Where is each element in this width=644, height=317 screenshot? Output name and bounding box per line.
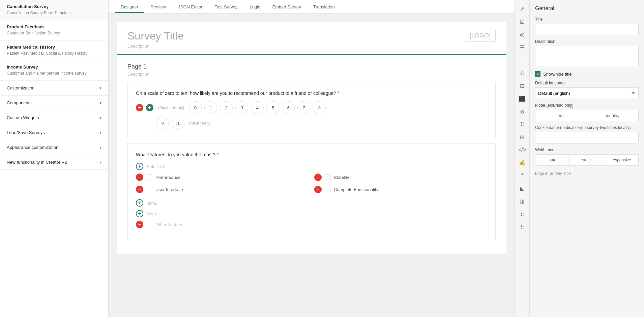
add-item1-button[interactable]: + (136, 199, 143, 207)
cb-performance-box[interactable] (147, 175, 152, 180)
survey-item-0[interactable]: Cancellation SurveyCancellation Survey F… (0, 0, 108, 20)
survey-item-2[interactable]: Patient Medical HistoryPatient Past Medi… (0, 41, 108, 61)
nps-add-button[interactable]: + (146, 104, 153, 111)
page-section: Page 1 Description On a scale of zero to… (117, 55, 506, 254)
db-icon[interactable]: ⊘ (516, 105, 528, 117)
nps-1[interactable]: 1 (204, 101, 217, 114)
width-auto-button[interactable]: auto (535, 155, 569, 165)
survey-item-title-2: Patient Medical History (7, 45, 101, 50)
grid-icon[interactable]: ⊞ (516, 131, 528, 143)
accordion-header-5[interactable]: New functionality in Creator V2▾ (0, 155, 108, 169)
required-star-q2: * (217, 152, 218, 157)
width-static-button[interactable]: static (569, 155, 604, 165)
cb-cf-box[interactable] (325, 187, 330, 192)
star-icon[interactable]: ☆ (516, 67, 528, 79)
left-sidebar: Cancellation SurveyCancellation Survey F… (0, 0, 109, 317)
remove-cf-button[interactable]: − (314, 186, 322, 193)
survey-item-3[interactable]: Income SurveyCustomer and his/her partne… (0, 60, 108, 81)
survey-description: Description (127, 44, 184, 49)
sign-icon[interactable]: ✍ (516, 157, 528, 169)
accordion-chevron-3: ▾ (99, 130, 101, 135)
remove-performance-button[interactable]: − (136, 174, 143, 181)
nps-3[interactable]: 3 (235, 101, 248, 114)
tab-json-editor[interactable]: JSON Editor (173, 2, 208, 13)
accordion-label-5: New functionality in Creator V2 (7, 160, 67, 165)
nps-2[interactable]: 2 (220, 101, 233, 114)
font-icon[interactable]: f (516, 169, 528, 182)
panel-icon[interactable]: ▥ (516, 195, 528, 207)
item1-label: item1 (147, 201, 157, 206)
accordion-header-1[interactable]: Components▾ (0, 96, 108, 110)
keypad-icon[interactable]: ⠶ (516, 208, 528, 220)
accordion-header-4[interactable]: Appearance customization▾ (0, 140, 108, 155)
tab-logic[interactable]: Logic (244, 2, 265, 13)
accordion-label-4: Appearance customization (7, 145, 58, 150)
survey-item-1[interactable]: Product FeedbackCustomer Satisfaction Su… (0, 20, 108, 41)
dots-icon[interactable]: ⠿ (516, 118, 528, 130)
mode-edit-button[interactable]: edit (535, 110, 587, 121)
nps-8[interactable]: 8 (313, 101, 326, 114)
right-panel: General Title Description ✓ Show/hide ti… (529, 0, 644, 317)
nps-6[interactable]: 6 (282, 101, 295, 114)
title-input[interactable] (535, 24, 639, 35)
description-textarea[interactable] (535, 46, 639, 66)
radio-icon[interactable]: ◎ (516, 28, 528, 41)
nps-remove-button[interactable]: − (136, 104, 143, 111)
page-title: Page 1 (127, 63, 496, 70)
code-icon[interactable]: </> (516, 144, 528, 156)
accordion-header-0[interactable]: Customization▾ (0, 81, 108, 95)
required-star-q1: * (338, 90, 339, 96)
nps-7[interactable]: 7 (297, 101, 310, 114)
accordion-chevron-0: ▾ (99, 86, 101, 90)
tab-test-survey[interactable]: Test Survey (209, 2, 243, 13)
performance-label: Performance (155, 175, 180, 180)
accordion-label-2: Custom Widgets (7, 115, 39, 120)
check-square-icon[interactable]: ☑ (516, 16, 528, 28)
folder-icon[interactable]: ⬕ (516, 182, 528, 194)
cb-stability-box[interactable] (325, 175, 330, 180)
tab-embed-survey[interactable]: Embed Survey (267, 2, 306, 13)
remove-ui-button[interactable]: − (136, 186, 143, 193)
remove-stability-button[interactable]: − (314, 174, 322, 181)
cookie-input[interactable] (535, 132, 639, 143)
survey-item-title-3: Income Survey (7, 64, 101, 70)
accordion-item-5: New functionality in Creator V2▾ (0, 155, 108, 170)
more-dots-icon[interactable]: ··· (516, 234, 528, 246)
survey-item-title-0: Cancellation Survey (7, 4, 101, 9)
resize-icon[interactable]: ⤢ (516, 3, 528, 15)
nps-10[interactable]: 10 (172, 117, 184, 130)
width-field-label: Width mode (535, 148, 639, 152)
remove-other-button[interactable]: − (136, 221, 143, 228)
table-icon[interactable]: ⊟ (516, 80, 528, 92)
cb-other-box[interactable] (147, 222, 152, 227)
question-text-checkbox: What features do you value the most?* (136, 152, 487, 157)
mode-display-button[interactable]: display (587, 110, 638, 121)
surveys-list: Cancellation SurveyCancellation Survey F… (0, 0, 108, 81)
nps-5[interactable]: 5 (266, 101, 279, 114)
image-icon[interactable]: ⬛ (516, 93, 528, 105)
lines-icon[interactable]: ☰ (516, 41, 528, 53)
lines2-icon[interactable]: ≡ (516, 54, 528, 66)
cb-ui-box[interactable] (147, 187, 152, 192)
accordion-header-2[interactable]: Custom Widgets▾ (0, 110, 108, 125)
nps-9[interactable]: 9 (156, 117, 169, 130)
language-select[interactable]: Default (english) (535, 87, 639, 99)
tab-designer[interactable]: Designer (115, 2, 144, 13)
question-block-checkbox: What features do you value the most?* + … (127, 143, 496, 240)
tab-translation[interactable]: Translation (308, 2, 340, 13)
accordion-header-3[interactable]: Load/Save Surveys▾ (0, 125, 108, 140)
survey-canvas[interactable]: Survey Title Description [LOGO] Page 1 D… (109, 14, 515, 317)
nps-4[interactable]: 4 (251, 101, 264, 114)
cookie-field-label: Cookie name (to disable run survey two t… (535, 125, 639, 130)
nps-0[interactable]: 0 (189, 101, 202, 114)
survey-title: Survey Title (127, 30, 184, 42)
tab-preview[interactable]: Preview (145, 2, 171, 13)
question-text-nps: On a scale of zero to ten, how likely ar… (136, 90, 487, 96)
show-hide-checkbox[interactable]: ✓ (535, 71, 540, 77)
survey-paper: Survey Title Description [LOGO] Page 1 D… (117, 22, 506, 254)
width-responsive-button[interactable]: responsive (604, 155, 638, 165)
option-other: − Other features: (136, 221, 487, 228)
select-all-add-button[interactable]: + (136, 163, 143, 170)
add-none-button[interactable]: + (136, 210, 143, 217)
grid2-icon[interactable]: ⠷ (516, 221, 528, 233)
